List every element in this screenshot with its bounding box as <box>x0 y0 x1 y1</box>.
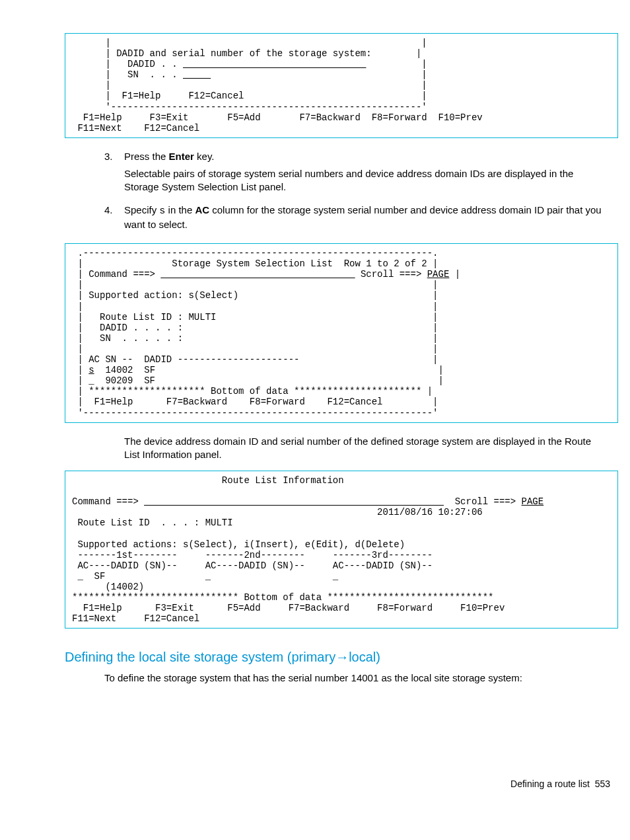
step-3-line: Press the Enter key. <box>124 150 606 163</box>
terminal-pre-1: | | | DADID and serial number of the sto… <box>72 38 611 134</box>
page-footer: Defining a route list 553 <box>12 778 618 790</box>
footer-page: 553 <box>595 779 610 789</box>
terminal-panel-2: .---------------------------------------… <box>65 243 618 423</box>
step-3-body: Selectable pairs of storage system seria… <box>124 167 606 194</box>
terminal-pre-3: Route List Information Command ===> ____… <box>72 475 611 624</box>
step-4: 4. Specify s in the AC column for the st… <box>104 204 606 232</box>
section-heading: Defining the local site storage system (… <box>65 648 618 666</box>
step-4-number: 4. <box>104 204 122 217</box>
terminal-pre-2: .---------------------------------------… <box>72 248 611 418</box>
step-3-number: 3. <box>104 150 122 163</box>
step-3: 3. Press the Enter key. <box>104 150 606 163</box>
terminal-panel-3: Route List Information Command ===> ____… <box>65 471 618 629</box>
step-4-line: Specify s in the AC column for the stora… <box>124 204 606 232</box>
footer-label: Defining a route list <box>510 779 590 789</box>
after-terminal2-body: The device address domain ID and serial … <box>124 435 606 462</box>
section-body: To define the storage system that has th… <box>104 671 606 685</box>
terminal-panel-1: | | | DADID and serial number of the sto… <box>65 33 618 138</box>
